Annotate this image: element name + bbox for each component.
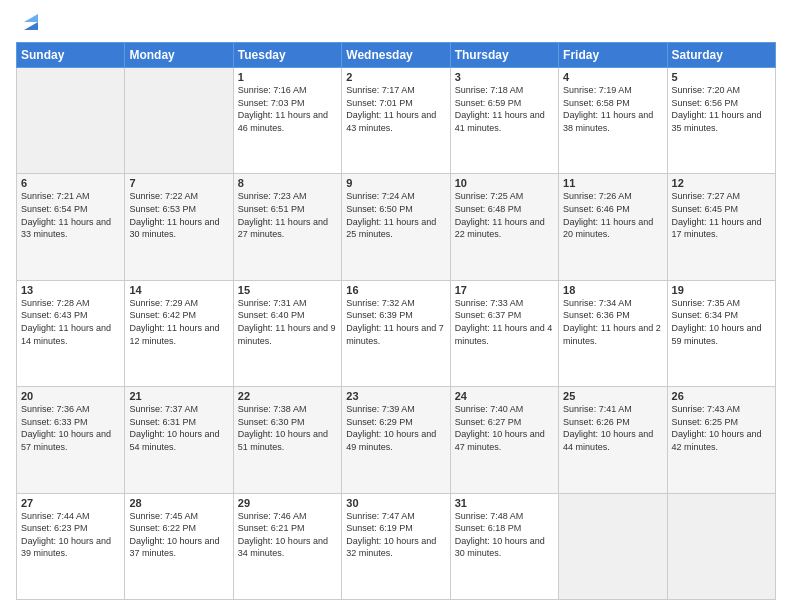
day-header-monday: Monday — [125, 43, 233, 68]
calendar-cell: 18Sunrise: 7:34 AMSunset: 6:36 PMDayligh… — [559, 280, 667, 386]
calendar-cell: 6Sunrise: 7:21 AMSunset: 6:54 PMDaylight… — [17, 174, 125, 280]
calendar-cell: 5Sunrise: 7:20 AMSunset: 6:56 PMDaylight… — [667, 68, 775, 174]
day-detail: Sunrise: 7:23 AMSunset: 6:51 PMDaylight:… — [238, 190, 337, 240]
calendar-cell: 31Sunrise: 7:48 AMSunset: 6:18 PMDayligh… — [450, 493, 558, 599]
calendar-cell: 21Sunrise: 7:37 AMSunset: 6:31 PMDayligh… — [125, 387, 233, 493]
calendar-cell: 15Sunrise: 7:31 AMSunset: 6:40 PMDayligh… — [233, 280, 341, 386]
day-number: 10 — [455, 177, 554, 189]
week-row-5: 27Sunrise: 7:44 AMSunset: 6:23 PMDayligh… — [17, 493, 776, 599]
day-number: 4 — [563, 71, 662, 83]
calendar-cell: 2Sunrise: 7:17 AMSunset: 7:01 PMDaylight… — [342, 68, 450, 174]
day-detail: Sunrise: 7:16 AMSunset: 7:03 PMDaylight:… — [238, 84, 337, 134]
day-detail: Sunrise: 7:33 AMSunset: 6:37 PMDaylight:… — [455, 297, 554, 347]
day-detail: Sunrise: 7:41 AMSunset: 6:26 PMDaylight:… — [563, 403, 662, 453]
logo-icon — [20, 12, 42, 34]
day-number: 28 — [129, 497, 228, 509]
day-detail: Sunrise: 7:21 AMSunset: 6:54 PMDaylight:… — [21, 190, 120, 240]
day-number: 6 — [21, 177, 120, 189]
calendar-cell: 1Sunrise: 7:16 AMSunset: 7:03 PMDaylight… — [233, 68, 341, 174]
calendar-cell: 22Sunrise: 7:38 AMSunset: 6:30 PMDayligh… — [233, 387, 341, 493]
day-number: 20 — [21, 390, 120, 402]
day-number: 25 — [563, 390, 662, 402]
day-number: 13 — [21, 284, 120, 296]
day-number: 9 — [346, 177, 445, 189]
day-number: 2 — [346, 71, 445, 83]
day-number: 17 — [455, 284, 554, 296]
calendar-cell: 19Sunrise: 7:35 AMSunset: 6:34 PMDayligh… — [667, 280, 775, 386]
day-detail: Sunrise: 7:27 AMSunset: 6:45 PMDaylight:… — [672, 190, 771, 240]
day-detail: Sunrise: 7:37 AMSunset: 6:31 PMDaylight:… — [129, 403, 228, 453]
day-number: 22 — [238, 390, 337, 402]
week-row-4: 20Sunrise: 7:36 AMSunset: 6:33 PMDayligh… — [17, 387, 776, 493]
day-number: 23 — [346, 390, 445, 402]
day-detail: Sunrise: 7:29 AMSunset: 6:42 PMDaylight:… — [129, 297, 228, 347]
day-number: 7 — [129, 177, 228, 189]
day-header-saturday: Saturday — [667, 43, 775, 68]
calendar-cell: 27Sunrise: 7:44 AMSunset: 6:23 PMDayligh… — [17, 493, 125, 599]
day-number: 21 — [129, 390, 228, 402]
calendar-body: 1Sunrise: 7:16 AMSunset: 7:03 PMDaylight… — [17, 68, 776, 600]
calendar-cell: 30Sunrise: 7:47 AMSunset: 6:19 PMDayligh… — [342, 493, 450, 599]
calendar-cell: 23Sunrise: 7:39 AMSunset: 6:29 PMDayligh… — [342, 387, 450, 493]
day-header-thursday: Thursday — [450, 43, 558, 68]
day-number: 5 — [672, 71, 771, 83]
calendar-cell: 10Sunrise: 7:25 AMSunset: 6:48 PMDayligh… — [450, 174, 558, 280]
week-row-1: 1Sunrise: 7:16 AMSunset: 7:03 PMDaylight… — [17, 68, 776, 174]
day-number: 27 — [21, 497, 120, 509]
week-row-2: 6Sunrise: 7:21 AMSunset: 6:54 PMDaylight… — [17, 174, 776, 280]
day-number: 18 — [563, 284, 662, 296]
calendar-cell — [125, 68, 233, 174]
day-number: 14 — [129, 284, 228, 296]
calendar-cell: 17Sunrise: 7:33 AMSunset: 6:37 PMDayligh… — [450, 280, 558, 386]
svg-marker-0 — [24, 22, 38, 30]
header — [16, 12, 776, 34]
day-detail: Sunrise: 7:22 AMSunset: 6:53 PMDaylight:… — [129, 190, 228, 240]
day-number: 29 — [238, 497, 337, 509]
day-detail: Sunrise: 7:47 AMSunset: 6:19 PMDaylight:… — [346, 510, 445, 560]
calendar-cell: 20Sunrise: 7:36 AMSunset: 6:33 PMDayligh… — [17, 387, 125, 493]
calendar-cell: 14Sunrise: 7:29 AMSunset: 6:42 PMDayligh… — [125, 280, 233, 386]
day-number: 19 — [672, 284, 771, 296]
day-number: 11 — [563, 177, 662, 189]
day-detail: Sunrise: 7:36 AMSunset: 6:33 PMDaylight:… — [21, 403, 120, 453]
calendar-cell: 4Sunrise: 7:19 AMSunset: 6:58 PMDaylight… — [559, 68, 667, 174]
day-detail: Sunrise: 7:24 AMSunset: 6:50 PMDaylight:… — [346, 190, 445, 240]
calendar-cell: 12Sunrise: 7:27 AMSunset: 6:45 PMDayligh… — [667, 174, 775, 280]
day-detail: Sunrise: 7:19 AMSunset: 6:58 PMDaylight:… — [563, 84, 662, 134]
day-detail: Sunrise: 7:18 AMSunset: 6:59 PMDaylight:… — [455, 84, 554, 134]
day-number: 12 — [672, 177, 771, 189]
day-number: 16 — [346, 284, 445, 296]
day-detail: Sunrise: 7:48 AMSunset: 6:18 PMDaylight:… — [455, 510, 554, 560]
calendar-cell: 29Sunrise: 7:46 AMSunset: 6:21 PMDayligh… — [233, 493, 341, 599]
day-detail: Sunrise: 7:25 AMSunset: 6:48 PMDaylight:… — [455, 190, 554, 240]
logo — [16, 12, 42, 34]
day-detail: Sunrise: 7:34 AMSunset: 6:36 PMDaylight:… — [563, 297, 662, 347]
day-header-sunday: Sunday — [17, 43, 125, 68]
day-number: 8 — [238, 177, 337, 189]
calendar-cell: 16Sunrise: 7:32 AMSunset: 6:39 PMDayligh… — [342, 280, 450, 386]
day-detail: Sunrise: 7:26 AMSunset: 6:46 PMDaylight:… — [563, 190, 662, 240]
day-detail: Sunrise: 7:28 AMSunset: 6:43 PMDaylight:… — [21, 297, 120, 347]
calendar-cell: 8Sunrise: 7:23 AMSunset: 6:51 PMDaylight… — [233, 174, 341, 280]
day-detail: Sunrise: 7:32 AMSunset: 6:39 PMDaylight:… — [346, 297, 445, 347]
calendar-cell: 25Sunrise: 7:41 AMSunset: 6:26 PMDayligh… — [559, 387, 667, 493]
svg-marker-1 — [24, 14, 38, 22]
calendar: SundayMondayTuesdayWednesdayThursdayFrid… — [16, 42, 776, 600]
day-detail: Sunrise: 7:40 AMSunset: 6:27 PMDaylight:… — [455, 403, 554, 453]
day-number: 24 — [455, 390, 554, 402]
calendar-cell: 13Sunrise: 7:28 AMSunset: 6:43 PMDayligh… — [17, 280, 125, 386]
page: SundayMondayTuesdayWednesdayThursdayFrid… — [0, 0, 792, 612]
day-detail: Sunrise: 7:35 AMSunset: 6:34 PMDaylight:… — [672, 297, 771, 347]
day-detail: Sunrise: 7:45 AMSunset: 6:22 PMDaylight:… — [129, 510, 228, 560]
day-header-tuesday: Tuesday — [233, 43, 341, 68]
calendar-cell: 28Sunrise: 7:45 AMSunset: 6:22 PMDayligh… — [125, 493, 233, 599]
calendar-cell: 24Sunrise: 7:40 AMSunset: 6:27 PMDayligh… — [450, 387, 558, 493]
day-detail: Sunrise: 7:17 AMSunset: 7:01 PMDaylight:… — [346, 84, 445, 134]
day-detail: Sunrise: 7:20 AMSunset: 6:56 PMDaylight:… — [672, 84, 771, 134]
calendar-cell: 26Sunrise: 7:43 AMSunset: 6:25 PMDayligh… — [667, 387, 775, 493]
day-header-wednesday: Wednesday — [342, 43, 450, 68]
day-number: 1 — [238, 71, 337, 83]
calendar-cell: 9Sunrise: 7:24 AMSunset: 6:50 PMDaylight… — [342, 174, 450, 280]
calendar-cell — [17, 68, 125, 174]
day-number: 3 — [455, 71, 554, 83]
